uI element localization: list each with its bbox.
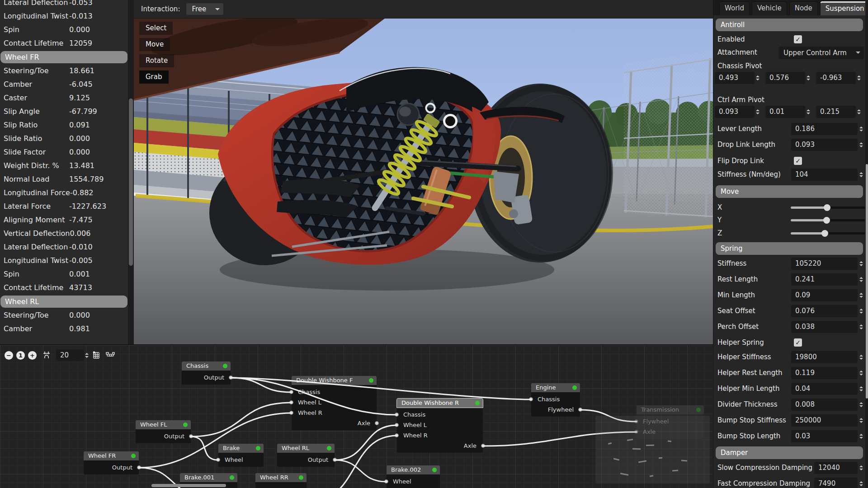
node-editor-hscrollbar[interactable]	[151, 484, 226, 487]
gizmo-ring[interactable]	[444, 115, 457, 127]
viewport[interactable]: Interaction: Free	[134, 0, 713, 344]
telemetry-section-header[interactable]: Wheel FR	[0, 51, 127, 63]
output-socket[interactable]	[375, 421, 379, 425]
checkbox-helper-spring[interactable]: ✓	[794, 338, 802, 347]
viewport-3d-scene[interactable]	[134, 19, 713, 344]
value-spinner[interactable]	[755, 72, 760, 84]
output-socket[interactable]	[137, 465, 141, 469]
checkbox-enabled[interactable]: ✓	[794, 35, 802, 43]
vector-field[interactable]: 0.01	[765, 106, 805, 118]
node-brake[interactable]: BrakeWheel	[218, 444, 264, 467]
value-spinner[interactable]	[859, 258, 864, 270]
node-double-wishbone-f[interactable]: Double Wishbone FChassisWheel LWheel RAx…	[292, 376, 377, 430]
node-header[interactable]: Brake.002	[387, 465, 440, 474]
node-header[interactable]: Wheel FL	[136, 420, 191, 429]
dropdown-attachment[interactable]: Upper Control Arm	[779, 47, 864, 59]
number-field-divider-thickness[interactable]: 0.008	[791, 399, 858, 411]
number-field-perch-offset[interactable]: 0.038	[791, 321, 858, 333]
node-chassis[interactable]: ChassisOutput	[182, 361, 231, 385]
number-field-stiffness[interactable]: 105220	[791, 258, 858, 270]
value-spinner[interactable]	[859, 383, 864, 395]
tool-item-grab[interactable]: Grab	[139, 70, 169, 84]
value-spinner[interactable]	[859, 399, 864, 411]
section-header-spring[interactable]: Spring	[716, 242, 863, 255]
number-field-helper-stiffness[interactable]: 19800	[791, 351, 858, 363]
section-header-antiroll[interactable]: Antiroll	[716, 19, 863, 31]
value-spinner[interactable]	[755, 106, 760, 118]
tool-item-select[interactable]: Select	[139, 22, 173, 35]
value-spinner[interactable]	[859, 430, 864, 442]
output-socket[interactable]	[229, 375, 233, 380]
input-socket[interactable]	[395, 433, 399, 437]
number-field-seat-offset[interactable]: 0.076	[791, 305, 858, 317]
node-wheel-fr[interactable]: Wheel FROutput	[84, 451, 139, 474]
node-header[interactable]: Brake.001	[180, 473, 237, 482]
section-header-damper[interactable]: Damper	[716, 446, 863, 459]
value-spinner[interactable]	[859, 367, 864, 379]
input-socket[interactable]	[529, 397, 533, 401]
node-wheel-fl[interactable]: Wheel FLOutput	[136, 420, 191, 443]
telemetry-scrollbar-thumb[interactable]	[129, 99, 133, 266]
input-socket[interactable]	[289, 390, 293, 394]
value-spinner[interactable]	[859, 169, 864, 181]
value-spinner[interactable]	[859, 321, 864, 333]
value-spinner[interactable]	[859, 305, 864, 317]
value-spinner[interactable]	[859, 289, 864, 301]
value-spinner[interactable]	[859, 273, 864, 286]
number-field-rest-length[interactable]: 0.241	[791, 273, 858, 286]
tool-item-rotate[interactable]: Rotate	[139, 54, 174, 67]
properties-scrollbar-thumb[interactable]	[866, 164, 868, 399]
node-wheel-rl[interactable]: Wheel RLOutput	[277, 444, 335, 467]
output-socket[interactable]	[481, 444, 485, 448]
value-spinner[interactable]	[859, 462, 864, 474]
node-graph-editor[interactable]: − 1 + 20 ChassisOutputDouble Wishbone FC…	[0, 344, 713, 488]
vector-field[interactable]: -0.963	[816, 72, 856, 84]
value-spinner[interactable]	[859, 351, 864, 363]
node-header[interactable]: Transmission	[637, 405, 704, 414]
value-spinner[interactable]	[856, 72, 862, 84]
input-socket[interactable]	[216, 458, 220, 462]
output-socket[interactable]	[333, 458, 337, 462]
node-header[interactable]: Chassis	[182, 361, 231, 371]
node-header[interactable]: Wheel RR	[255, 473, 307, 482]
node-header[interactable]: Engine	[531, 383, 580, 392]
value-spinner[interactable]	[859, 414, 864, 427]
node-header[interactable]: Wheel RL	[277, 444, 335, 453]
number-field-drop-link-length[interactable]: 0.093	[791, 139, 858, 151]
node-header[interactable]: Double Wishbone R	[397, 399, 483, 408]
number-field-bump-stop-length[interactable]: 0.03	[791, 430, 858, 442]
node-header[interactable]: Wheel FR	[84, 451, 139, 460]
telemetry-section-header[interactable]: Wheel RL	[0, 296, 127, 308]
node-wheel-rr[interactable]: Wheel RR	[255, 473, 307, 488]
vector-field[interactable]: 0.576	[765, 72, 805, 84]
node-double-wishbone-r[interactable]: Double Wishbone RChassisWheel LWheel RAx…	[397, 399, 483, 453]
output-socket[interactable]	[578, 408, 582, 412]
interaction-mode-dropdown[interactable]: Free	[186, 3, 223, 15]
tool-item-move[interactable]: Move	[139, 38, 170, 51]
value-spinner[interactable]	[859, 123, 864, 135]
number-field-min-length[interactable]: 0.09	[791, 289, 858, 301]
checkbox-flip-drop-link[interactable]: ✓	[794, 157, 802, 165]
input-socket[interactable]	[289, 400, 293, 404]
slider-handle-z[interactable]	[821, 230, 828, 237]
node-header[interactable]: Double Wishbone F	[292, 376, 377, 385]
value-spinner[interactable]	[806, 72, 811, 84]
slider-handle-y[interactable]	[823, 217, 830, 224]
value-spinner[interactable]	[859, 139, 864, 151]
value-spinner[interactable]	[856, 106, 862, 118]
node-header[interactable]: Brake	[218, 444, 264, 453]
input-socket[interactable]	[395, 423, 399, 427]
properties-scrollbar[interactable]	[865, 0, 868, 488]
input-socket[interactable]	[384, 479, 388, 483]
telemetry-scrollbar[interactable]	[128, 0, 134, 344]
number-field-stiffness-nm-deg-[interactable]: 104	[791, 169, 858, 181]
section-header-move[interactable]: Move	[716, 185, 863, 198]
node-engine[interactable]: EngineChassisFlywheel	[531, 383, 580, 417]
number-field-helper-rest-length[interactable]: 0.119	[791, 367, 858, 379]
value-spinner[interactable]	[859, 478, 864, 488]
number-field-bump-stop-stiffness[interactable]: 250000	[791, 414, 858, 427]
input-socket[interactable]	[289, 411, 293, 415]
number-field-fast-compression-damping[interactable]: 7490	[814, 478, 858, 488]
input-socket[interactable]	[395, 413, 399, 417]
number-field-helper-min-length[interactable]: 0.04	[791, 383, 858, 395]
